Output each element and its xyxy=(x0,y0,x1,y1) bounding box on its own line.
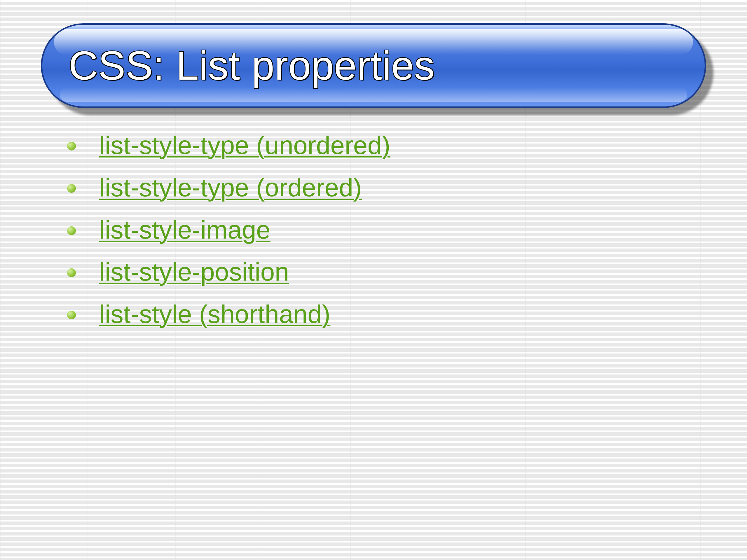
title-container: CSS: List properties xyxy=(41,23,706,108)
bullet-icon xyxy=(67,142,76,151)
list-item: list-style (shorthand) xyxy=(67,300,718,328)
link-list: list-style-type (unordered) list-style-t… xyxy=(29,131,718,328)
bullet-icon xyxy=(67,184,76,193)
bullet-icon xyxy=(67,311,76,319)
link-list-style-type-ordered[interactable]: list-style-type (ordered) xyxy=(99,173,362,202)
list-item: list-style-type (unordered) xyxy=(67,131,718,160)
bullet-icon xyxy=(67,268,76,277)
bullet-icon xyxy=(67,226,76,235)
link-list-style-type-unordered[interactable]: list-style-type (unordered) xyxy=(99,131,390,160)
list-item: list-style-image xyxy=(67,216,718,244)
link-list-style-position[interactable]: list-style-position xyxy=(99,257,289,286)
link-list-style-shorthand[interactable]: list-style (shorthand) xyxy=(99,299,330,328)
title-pill: CSS: List properties xyxy=(41,23,706,108)
slide-title: CSS: List properties xyxy=(69,42,435,89)
link-list-style-image[interactable]: list-style-image xyxy=(99,215,271,244)
list-item: list-style-type (ordered) xyxy=(67,174,718,202)
slide: CSS: List properties list-style-type (un… xyxy=(0,0,747,560)
list-item: list-style-position xyxy=(67,258,718,286)
